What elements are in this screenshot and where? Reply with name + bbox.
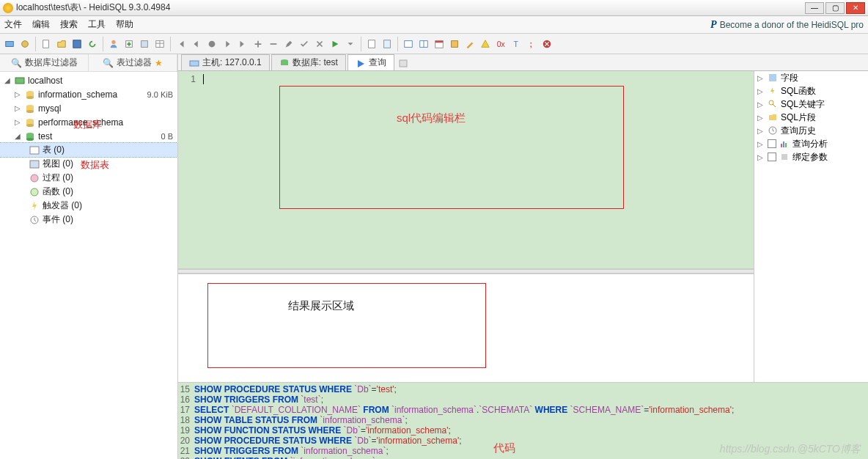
menu-search[interactable]: 搜索 [60, 18, 78, 31]
tree-procedures[interactable]: 过程 (0) [0, 171, 177, 185]
svg-point-1 [22, 40, 29, 47]
checkbox[interactable] [768, 139, 776, 148]
tool-remove-icon[interactable] [267, 37, 280, 51]
tool-calendar-icon[interactable] [433, 37, 446, 51]
add-tab-button[interactable] [396, 56, 411, 70]
proc-icon [29, 173, 40, 183]
annotation-box [279, 86, 624, 209]
tool-import-icon[interactable] [138, 37, 151, 51]
host-icon [189, 58, 199, 68]
tool-stop-icon[interactable] [205, 37, 218, 51]
tool-check-icon[interactable] [298, 37, 311, 51]
fields-icon [768, 73, 778, 83]
annotation-table: 数据表 [81, 158, 109, 172]
svg-rect-6 [141, 40, 148, 47]
table-filter-tab[interactable]: 🔍 表过滤器 ★ [89, 54, 177, 71]
tool-save-icon[interactable] [70, 37, 84, 51]
tool-cancel-icon[interactable] [313, 37, 326, 51]
expander-icon[interactable]: ▷ [13, 118, 22, 126]
expander-icon[interactable]: ◢ [13, 132, 22, 140]
tool-error-icon[interactable] [540, 37, 553, 51]
tool-run-dropdown-icon[interactable] [344, 37, 357, 51]
menu-file[interactable]: 文件 [4, 18, 22, 31]
rp-history[interactable]: ▷查询历史 [754, 124, 868, 137]
sql-editor[interactable]: 1 sql代码编辑栏 [178, 71, 754, 269]
svg-rect-3 [73, 40, 81, 48]
maximize-button[interactable]: ▢ [825, 2, 845, 14]
filter-icon: 🔍 [103, 58, 114, 68]
tab-database[interactable]: 数据库: test [271, 54, 346, 70]
tab-query[interactable]: 查询 [347, 54, 394, 70]
code-area[interactable]: sql代码编辑栏 [199, 71, 754, 268]
tab-host[interactable]: 主机: 127.0.0.1 [181, 54, 270, 70]
database-icon [24, 89, 36, 100]
clock-icon [768, 125, 778, 136]
tool-paint-icon[interactable] [448, 37, 461, 51]
minimize-button[interactable]: — [805, 2, 824, 14]
tool-prev-icon[interactable] [190, 37, 203, 51]
tree-db[interactable]: ▷ mysql [0, 101, 177, 115]
rp-fields[interactable]: ▷字段 [754, 71, 868, 84]
tree-tables[interactable]: 表 (0) [0, 143, 177, 157]
svg-point-32 [26, 124, 34, 127]
tool-semicolon-icon[interactable]: ; [525, 37, 538, 51]
menu-help[interactable]: 帮助 [116, 18, 133, 31]
tool-refresh-icon[interactable] [86, 37, 99, 51]
rp-sqlfunc[interactable]: ▷SQL函数 [754, 84, 868, 98]
tool-last-icon[interactable] [236, 37, 249, 51]
plus-icon [398, 58, 408, 68]
tool-doc1-icon[interactable] [365, 37, 378, 51]
tool-grid2-icon[interactable] [417, 37, 430, 51]
tool-doc2-icon[interactable] [380, 37, 394, 51]
tool-warning-icon[interactable] [479, 37, 492, 51]
tool-pencil-icon[interactable] [463, 37, 477, 51]
db-filter-tab[interactable]: 🔍 数据库过滤器 [0, 54, 89, 71]
close-button[interactable]: ✕ [846, 2, 865, 14]
tool-table-icon[interactable] [153, 37, 166, 51]
tool-next-icon[interactable] [221, 37, 234, 51]
log-line: 18SHOW TABLE STATUS FROM `information_sc… [178, 415, 868, 425]
server-icon [14, 76, 26, 86]
tool-run-icon[interactable] [328, 37, 342, 51]
tree-triggers[interactable]: 触发器 (0) [0, 199, 177, 213]
bolt-icon [768, 86, 778, 96]
rp-sqlsnippet[interactable]: ▷SQL片段 [754, 111, 868, 124]
rp-sqlkeyword[interactable]: ▷SQL关键字 [754, 98, 868, 111]
expander-icon[interactable]: ◢ [3, 76, 12, 84]
tool-disconnect-icon[interactable] [18, 37, 32, 51]
watermark: https://blog.csdn.@5kCTO博客 [720, 443, 861, 456]
rp-analysis[interactable]: ▷查询分析 [754, 137, 868, 150]
tool-text-icon[interactable]: T [510, 37, 523, 51]
chart-icon [779, 139, 790, 149]
tree-functions[interactable]: 函数 (0) [0, 185, 177, 199]
tool-first-icon[interactable] [174, 37, 188, 51]
paypal-icon: P [710, 19, 717, 31]
expander-icon[interactable]: ▷ [13, 104, 22, 112]
donor-link[interactable]: P Become a donor of the HeidiSQL pro [710, 19, 864, 31]
tool-connect-icon[interactable] [3, 37, 16, 51]
rp-bindparams[interactable]: ▷绑定参数 [754, 150, 868, 164]
annotation-result: 结果展示区域 [288, 299, 354, 313]
tree-events[interactable]: 事件 (0) [0, 213, 177, 227]
tool-stop2-icon[interactable]: 0x [494, 37, 507, 51]
checkbox[interactable] [768, 153, 776, 161]
tool-export-icon[interactable] [122, 37, 136, 51]
svg-rect-17 [435, 40, 444, 43]
tool-add-icon[interactable] [251, 37, 265, 51]
tool-edit-icon[interactable] [282, 37, 295, 51]
tool-user-icon[interactable] [107, 37, 120, 51]
svg-rect-0 [6, 41, 14, 46]
svg-rect-12 [384, 40, 391, 48]
tree-db[interactable]: ▷ information_schema 9.0 KiB [0, 87, 177, 101]
menu-edit[interactable]: 编辑 [32, 18, 50, 31]
svg-rect-41 [190, 61, 199, 66]
svg-rect-43 [281, 61, 288, 65]
expander-icon[interactable]: ▷ [13, 90, 22, 98]
tree-root[interactable]: ◢ localhost [0, 73, 177, 87]
tool-new-icon[interactable] [40, 37, 53, 51]
svg-rect-50 [783, 142, 784, 147]
db-tree[interactable]: ◢ localhost ▷ information_schema 9.0 KiB… [0, 72, 177, 459]
tool-open-icon[interactable] [55, 37, 68, 51]
menu-tools[interactable]: 工具 [88, 18, 106, 31]
tool-grid1-icon[interactable] [402, 37, 415, 51]
